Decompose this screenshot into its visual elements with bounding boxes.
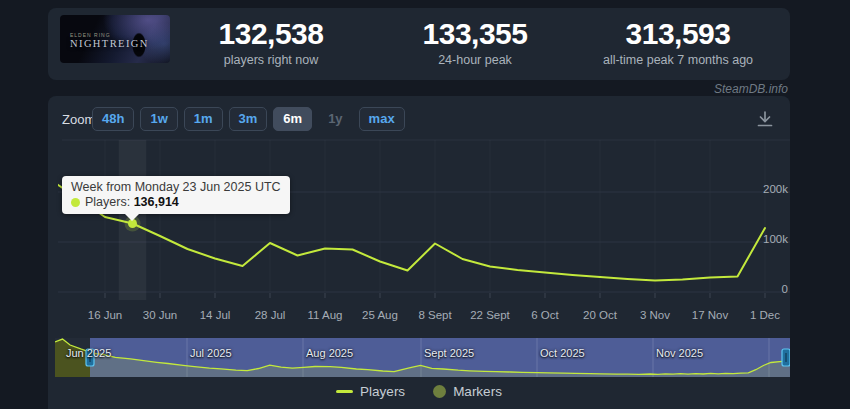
tooltip-date: Week from Monday 23 Jun 2025 UTC [71, 180, 281, 194]
x-tick-label: 25 Aug [362, 309, 398, 321]
legend-line-swatch [336, 390, 353, 393]
chart-legend: PlayersMarkers [48, 384, 790, 399]
legend-item-players[interactable]: Players [336, 384, 405, 399]
legend-label: Players [360, 384, 405, 399]
x-tick-label: 11 Aug [308, 309, 343, 321]
chart-panel: Zoom 48h1w1m3m6m1ymax 16 Jun30 Jun14 Jul… [48, 96, 790, 409]
game-capsule-image[interactable]: ELDEN RING NIGHTREIGN [60, 15, 170, 63]
x-tick-label: 8 Sept [418, 309, 451, 321]
current-players-value: 132,538 [219, 17, 324, 51]
stat-alltime-peak: 313,593 all-time peak 7 months ago [603, 17, 753, 67]
y-tick-label: 200k [728, 183, 788, 195]
legend-label: Markers [453, 384, 502, 399]
x-tick-label: 6 Oct [531, 309, 558, 321]
navigator-month-label: Jul 2025 [190, 347, 232, 359]
steamdb-credit: SteamDB.info [48, 82, 788, 96]
tooltip-value: 136,914 [134, 195, 179, 209]
navigator-month-label: Nov 2025 [656, 347, 703, 359]
tooltip-series-dot [71, 198, 80, 207]
x-tick-label: 17 Nov [692, 309, 728, 321]
legend-circle-swatch [433, 385, 446, 398]
x-tick-label: 20 Oct [583, 309, 617, 321]
tooltip-arrow [125, 214, 139, 221]
y-tick-label: 100k [728, 233, 788, 245]
peak-24h-value: 133,355 [423, 17, 528, 51]
x-tick-label: 14 Jul [200, 309, 231, 321]
alltime-peak-value: 313,593 [603, 17, 753, 51]
navigator-month-label: Sept 2025 [424, 347, 474, 359]
stat-24h-peak: 133,355 24-hour peak [423, 17, 528, 67]
alltime-peak-label: all-time peak 7 months ago [603, 53, 753, 67]
tooltip-series-label: Players: [85, 195, 130, 209]
game-title: NIGHTREIGN [70, 38, 149, 49]
navigator-month-label: Aug 2025 [306, 347, 353, 359]
y-tick-label: 0 [728, 283, 788, 295]
header-stats-panel: ELDEN RING NIGHTREIGN 132,538 players ri… [48, 8, 790, 80]
peak-24h-label: 24-hour peak [423, 53, 528, 67]
legend-item-markers[interactable]: Markers [433, 384, 502, 399]
navigator-month-label: Oct 2025 [540, 347, 585, 359]
x-tick-label: 3 Nov [640, 309, 670, 321]
stat-current-players: 132,538 players right now [219, 17, 324, 67]
x-tick-label: 1 Dec [750, 309, 780, 321]
navigator-month-label: Jun 2025 [66, 347, 111, 359]
x-tick-label: 16 Jun [88, 309, 123, 321]
chart-tooltip: Week from Monday 23 Jun 2025 UTC Players… [62, 176, 290, 214]
current-players-label: players right now [219, 53, 324, 67]
x-tick-label: 28 Jul [255, 309, 286, 321]
x-tick-label: 30 Jun [143, 309, 178, 321]
range-navigator[interactable]: Jun 2025Jul 2025Aug 2025Sept 2025Oct 202… [55, 338, 790, 377]
x-tick-label: 22 Sept [470, 309, 510, 321]
